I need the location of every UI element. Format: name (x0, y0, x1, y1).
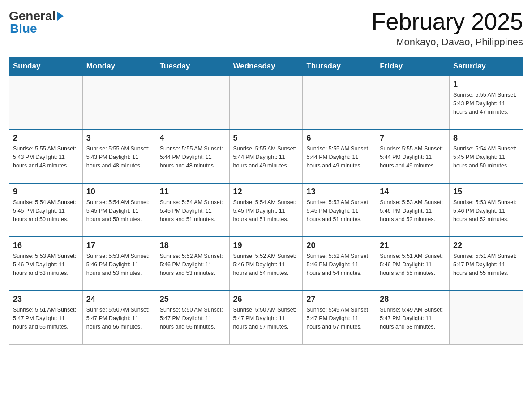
day-info: Sunrise: 5:50 AM Sunset: 5:47 PM Dayligh… (233, 306, 299, 331)
calendar-cell (229, 76, 303, 129)
day-info: Sunrise: 5:55 AM Sunset: 5:44 PM Dayligh… (233, 145, 299, 170)
day-info: Sunrise: 5:55 AM Sunset: 5:44 PM Dayligh… (160, 145, 226, 170)
day-number: 18 (160, 241, 226, 250)
day-info: Sunrise: 5:50 AM Sunset: 5:47 PM Dayligh… (86, 306, 152, 331)
day-number: 20 (306, 241, 372, 250)
calendar-cell (450, 291, 523, 344)
col-monday: Monday (82, 57, 156, 76)
day-info: Sunrise: 5:55 AM Sunset: 5:43 PM Dayligh… (86, 145, 152, 170)
calendar-cell: 3Sunrise: 5:55 AM Sunset: 5:43 PM Daylig… (82, 129, 156, 183)
day-info: Sunrise: 5:54 AM Sunset: 5:45 PM Dayligh… (233, 198, 299, 223)
calendar-cell: 23Sunrise: 5:51 AM Sunset: 5:47 PM Dayli… (9, 291, 83, 344)
calendar-cell: 20Sunrise: 5:52 AM Sunset: 5:46 PM Dayli… (303, 237, 376, 291)
calendar-cell: 10Sunrise: 5:54 AM Sunset: 5:45 PM Dayli… (82, 183, 156, 237)
day-number: 14 (380, 187, 446, 197)
logo-blue-label: Blue (10, 21, 37, 36)
calendar-cell: 8Sunrise: 5:54 AM Sunset: 5:45 PM Daylig… (450, 129, 523, 183)
day-info: Sunrise: 5:53 AM Sunset: 5:46 PM Dayligh… (453, 198, 519, 223)
day-info: Sunrise: 5:49 AM Sunset: 5:47 PM Dayligh… (380, 306, 446, 331)
day-info: Sunrise: 5:54 AM Sunset: 5:45 PM Dayligh… (453, 145, 519, 170)
day-info: Sunrise: 5:49 AM Sunset: 5:47 PM Dayligh… (306, 306, 372, 331)
calendar-header-row: Sunday Monday Tuesday Wednesday Thursday… (9, 57, 523, 76)
day-number: 10 (86, 187, 152, 197)
logo-arrow-icon (57, 12, 64, 21)
calendar-cell: 26Sunrise: 5:50 AM Sunset: 5:47 PM Dayli… (229, 291, 303, 344)
day-info: Sunrise: 5:53 AM Sunset: 5:46 PM Dayligh… (13, 252, 79, 277)
calendar-cell: 4Sunrise: 5:55 AM Sunset: 5:44 PM Daylig… (156, 129, 229, 183)
day-number: 5 (233, 133, 299, 143)
col-thursday: Thursday (303, 57, 376, 76)
calendar-cell: 7Sunrise: 5:55 AM Sunset: 5:44 PM Daylig… (376, 129, 450, 183)
calendar-table: Sunday Monday Tuesday Wednesday Thursday… (9, 57, 523, 345)
day-info: Sunrise: 5:51 AM Sunset: 5:46 PM Dayligh… (380, 252, 446, 277)
page-header: General Blue February 2025 Monkayo, Dava… (9, 9, 523, 48)
day-number: 4 (160, 133, 226, 143)
title-block: February 2025 Monkayo, Davao, Philippine… (372, 9, 523, 48)
day-number: 8 (453, 133, 519, 143)
day-number: 27 (306, 295, 372, 304)
calendar-cell: 16Sunrise: 5:53 AM Sunset: 5:46 PM Dayli… (9, 237, 83, 291)
day-info: Sunrise: 5:55 AM Sunset: 5:44 PM Dayligh… (380, 145, 446, 170)
day-number: 15 (453, 187, 519, 197)
logo: General Blue (9, 9, 64, 36)
calendar-cell: 13Sunrise: 5:53 AM Sunset: 5:45 PM Dayli… (303, 183, 376, 237)
calendar-cell: 11Sunrise: 5:54 AM Sunset: 5:45 PM Dayli… (156, 183, 229, 237)
calendar-cell: 18Sunrise: 5:52 AM Sunset: 5:46 PM Dayli… (156, 237, 229, 291)
col-tuesday: Tuesday (156, 57, 229, 76)
calendar-cell: 14Sunrise: 5:53 AM Sunset: 5:46 PM Dayli… (376, 183, 450, 237)
calendar-cell: 5Sunrise: 5:55 AM Sunset: 5:44 PM Daylig… (229, 129, 303, 183)
day-number: 22 (453, 241, 519, 250)
calendar-cell: 2Sunrise: 5:55 AM Sunset: 5:43 PM Daylig… (9, 129, 83, 183)
col-wednesday: Wednesday (229, 57, 303, 76)
day-info: Sunrise: 5:51 AM Sunset: 5:47 PM Dayligh… (453, 252, 519, 277)
day-info: Sunrise: 5:52 AM Sunset: 5:46 PM Dayligh… (233, 252, 299, 277)
calendar-cell: 15Sunrise: 5:53 AM Sunset: 5:46 PM Dayli… (450, 183, 523, 237)
calendar-cell (156, 76, 229, 129)
day-number: 2 (13, 133, 79, 143)
calendar-cell: 6Sunrise: 5:55 AM Sunset: 5:44 PM Daylig… (303, 129, 376, 183)
calendar-cell: 24Sunrise: 5:50 AM Sunset: 5:47 PM Dayli… (82, 291, 156, 344)
day-info: Sunrise: 5:54 AM Sunset: 5:45 PM Dayligh… (13, 198, 79, 223)
location-title: Monkayo, Davao, Philippines (372, 36, 523, 48)
day-number: 9 (13, 187, 79, 197)
day-info: Sunrise: 5:54 AM Sunset: 5:45 PM Dayligh… (86, 198, 152, 223)
day-info: Sunrise: 5:55 AM Sunset: 5:43 PM Dayligh… (13, 145, 79, 170)
day-info: Sunrise: 5:54 AM Sunset: 5:45 PM Dayligh… (160, 198, 226, 223)
week-row-1: 1Sunrise: 5:55 AM Sunset: 5:43 PM Daylig… (9, 76, 523, 129)
calendar-cell: 9Sunrise: 5:54 AM Sunset: 5:45 PM Daylig… (9, 183, 83, 237)
day-number: 28 (380, 295, 446, 304)
calendar-cell (9, 76, 83, 129)
day-number: 11 (160, 187, 226, 197)
day-info: Sunrise: 5:52 AM Sunset: 5:46 PM Dayligh… (306, 252, 372, 277)
calendar-cell: 28Sunrise: 5:49 AM Sunset: 5:47 PM Dayli… (376, 291, 450, 344)
calendar-cell: 22Sunrise: 5:51 AM Sunset: 5:47 PM Dayli… (450, 237, 523, 291)
calendar-cell: 27Sunrise: 5:49 AM Sunset: 5:47 PM Dayli… (303, 291, 376, 344)
day-info: Sunrise: 5:53 AM Sunset: 5:45 PM Dayligh… (306, 198, 372, 223)
calendar-cell: 19Sunrise: 5:52 AM Sunset: 5:46 PM Dayli… (229, 237, 303, 291)
col-saturday: Saturday (450, 57, 523, 76)
calendar-cell: 12Sunrise: 5:54 AM Sunset: 5:45 PM Dayli… (229, 183, 303, 237)
calendar-cell (82, 76, 156, 129)
calendar-cell (376, 76, 450, 129)
week-row-4: 16Sunrise: 5:53 AM Sunset: 5:46 PM Dayli… (9, 237, 523, 291)
month-title: February 2025 (372, 9, 523, 34)
calendar-cell (303, 76, 376, 129)
day-number: 16 (13, 241, 79, 250)
day-info: Sunrise: 5:52 AM Sunset: 5:46 PM Dayligh… (160, 252, 226, 277)
day-number: 19 (233, 241, 299, 250)
day-number: 25 (160, 295, 226, 304)
day-info: Sunrise: 5:55 AM Sunset: 5:44 PM Dayligh… (306, 145, 372, 170)
day-number: 12 (233, 187, 299, 197)
week-row-5: 23Sunrise: 5:51 AM Sunset: 5:47 PM Dayli… (9, 291, 523, 344)
day-number: 17 (86, 241, 152, 250)
week-row-3: 9Sunrise: 5:54 AM Sunset: 5:45 PM Daylig… (9, 183, 523, 237)
calendar-cell: 17Sunrise: 5:53 AM Sunset: 5:46 PM Dayli… (82, 237, 156, 291)
day-number: 13 (306, 187, 372, 197)
day-number: 26 (233, 295, 299, 304)
day-info: Sunrise: 5:50 AM Sunset: 5:47 PM Dayligh… (160, 306, 226, 331)
day-info: Sunrise: 5:53 AM Sunset: 5:46 PM Dayligh… (86, 252, 152, 277)
day-number: 1 (453, 80, 519, 89)
day-number: 21 (380, 241, 446, 250)
calendar-cell: 1Sunrise: 5:55 AM Sunset: 5:43 PM Daylig… (450, 76, 523, 129)
day-number: 7 (380, 133, 446, 143)
